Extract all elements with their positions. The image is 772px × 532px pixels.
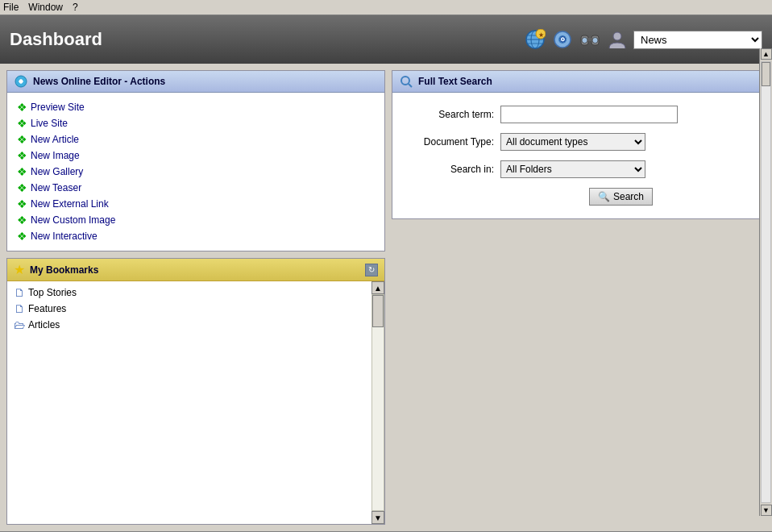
search-in-row: Search in: All Folders Top Stories Featu… xyxy=(405,160,752,178)
bullet-3: ❖ xyxy=(17,149,27,162)
action-new-interactive[interactable]: ❖New Interactive xyxy=(17,228,375,244)
search-in-label: Search in: xyxy=(405,164,494,175)
bookmarks-title: My Bookmarks xyxy=(30,264,98,276)
actions-panel-header: News Online Editor - Actions xyxy=(7,71,384,93)
bookmarks-scrollbar: ▲ ▼ xyxy=(371,281,384,524)
bookmark-features[interactable]: 🗋 Features xyxy=(10,301,367,317)
menu-file[interactable]: File xyxy=(3,2,19,13)
search-in-select[interactable]: All Folders Top Stories Features Article… xyxy=(500,160,645,178)
action-new-custom-image[interactable]: ❖New Custom Image xyxy=(17,212,375,228)
user-icon[interactable] xyxy=(606,28,629,51)
svg-point-18 xyxy=(401,77,409,85)
folder-icon-0: 🗋 xyxy=(14,286,25,299)
scroll-down-button[interactable]: ▼ xyxy=(371,511,384,524)
search-panel-header: Full Text Search xyxy=(392,71,765,93)
bullet-4: ❖ xyxy=(17,165,27,178)
left-panel: News Online Editor - Actions ❖Preview Si… xyxy=(6,70,385,525)
search-button[interactable]: 🔍 Search xyxy=(589,188,653,206)
action-preview-site[interactable]: ❖Preview Site xyxy=(17,99,375,115)
header-icons: ★ ⚙ xyxy=(524,28,762,51)
main-scroll-up[interactable]: ▲ xyxy=(761,48,772,60)
search-term-label: Search term: xyxy=(405,109,494,120)
folder-icon-2: 🗁 xyxy=(14,318,25,331)
header-title: Dashboard xyxy=(10,29,524,50)
svg-text:★: ★ xyxy=(538,31,544,39)
scroll-up-button[interactable]: ▲ xyxy=(371,281,384,294)
search-term-row: Search term: xyxy=(405,106,752,123)
document-type-row: Document Type: All document types Articl… xyxy=(405,133,752,151)
svg-text:⚙: ⚙ xyxy=(558,34,567,45)
search-panel-icon xyxy=(399,74,413,89)
main-scrollbar: ▲ ▼ xyxy=(759,48,772,516)
main-scroll-down[interactable]: ▼ xyxy=(761,505,772,516)
action-new-article[interactable]: ❖New Article xyxy=(17,131,375,148)
bookmarks-content: 🗋 Top Stories 🗋 Features 🗁 Articles xyxy=(7,281,384,524)
bookmarks-refresh-icon[interactable]: ↻ xyxy=(365,264,378,276)
search-panel: Full Text Search Search term: Document T… xyxy=(392,70,766,219)
action-new-teaser[interactable]: ❖New Teaser xyxy=(17,180,375,196)
search-term-input[interactable] xyxy=(500,106,678,123)
bullet-1: ❖ xyxy=(17,117,27,130)
action-live-site[interactable]: ❖Live Site xyxy=(17,115,375,131)
search-panel-title: Full Text Search xyxy=(418,76,492,87)
action-new-external-link[interactable]: ❖New External Link xyxy=(17,196,375,212)
globe-icon[interactable]: ★ xyxy=(524,28,546,51)
menu-help[interactable]: ? xyxy=(73,2,78,13)
bookmark-top-stories[interactable]: 🗋 Top Stories xyxy=(10,285,367,301)
scroll-thumb[interactable] xyxy=(372,295,384,327)
document-type-select[interactable]: All document types Article Image Gallery… xyxy=(500,133,645,151)
scroll-track xyxy=(371,294,384,511)
site-dropdown-container: News Sports Entertainment Tech xyxy=(633,31,762,49)
svg-point-16 xyxy=(613,32,621,40)
actions-panel: News Online Editor - Actions ❖Preview Si… xyxy=(6,70,385,251)
search-button-icon: 🔍 xyxy=(598,191,610,202)
bookmark-articles[interactable]: 🗁 Articles xyxy=(10,317,367,333)
actions-panel-content: ❖Preview Site ❖Live Site ❖New Article ❖N… xyxy=(7,93,384,251)
folder-icon-1: 🗋 xyxy=(14,302,25,315)
bullet-2: ❖ xyxy=(17,133,27,146)
svg-rect-13 xyxy=(587,38,592,41)
bullet-7: ❖ xyxy=(17,214,27,227)
search-content: Search term: Document Type: All document… xyxy=(392,93,765,218)
actions-panel-title: News Online Editor - Actions xyxy=(33,76,165,87)
bookmarks-header: ★ My Bookmarks ↻ xyxy=(7,259,384,281)
action-new-image[interactable]: ❖New Image xyxy=(17,148,375,164)
site-dropdown[interactable]: News Sports Entertainment Tech xyxy=(633,31,762,49)
header: Dashboard ★ ⚙ xyxy=(0,15,772,64)
right-panel: Full Text Search Search term: Document T… xyxy=(392,70,766,525)
bullet-8: ❖ xyxy=(17,230,27,243)
bullet-6: ❖ xyxy=(17,197,27,210)
search-button-row: 🔍 Search xyxy=(500,188,752,206)
binoculars-icon[interactable] xyxy=(579,28,601,51)
svg-point-14 xyxy=(582,38,587,44)
main-scroll-track xyxy=(761,61,771,503)
svg-point-15 xyxy=(592,38,598,44)
main-area: News Online Editor - Actions ❖Preview Si… xyxy=(0,64,772,531)
document-type-label: Document Type: xyxy=(405,136,494,148)
svg-line-19 xyxy=(409,84,412,87)
bullet-5: ❖ xyxy=(17,181,27,194)
action-new-gallery[interactable]: ❖New Gallery xyxy=(17,164,375,180)
settings-icon[interactable]: ⚙ xyxy=(551,28,574,51)
main-scroll-thumb[interactable] xyxy=(762,62,770,86)
bookmarks-panel: ★ My Bookmarks ↻ 🗋 Top Stories 🗋 Feature… xyxy=(6,258,385,525)
bullet-0: ❖ xyxy=(17,101,27,114)
menu-bar: File Window ? xyxy=(0,0,772,15)
actions-panel-icon xyxy=(14,74,28,89)
window-frame: File Window ? Dashboard ★ xyxy=(0,0,772,532)
menu-window[interactable]: Window xyxy=(28,2,63,13)
star-icon: ★ xyxy=(14,262,25,277)
